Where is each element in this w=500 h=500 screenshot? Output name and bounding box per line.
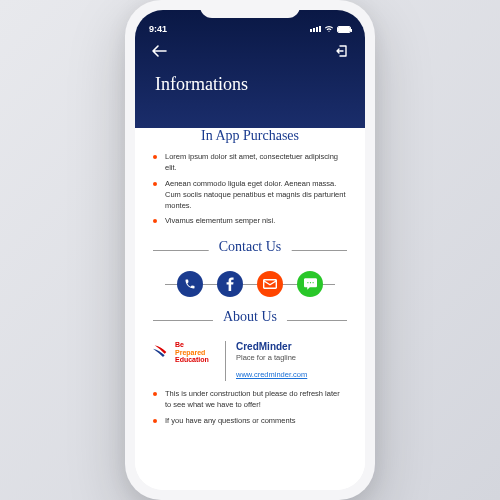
status-bar: 9:41 <box>135 18 365 38</box>
mail-icon <box>263 279 277 289</box>
content-card: In App Purchases Lorem ipsum dolor sit a… <box>135 112 365 490</box>
logo-line2: Prepared <box>175 349 209 356</box>
sms-icon <box>304 278 317 290</box>
status-time: 9:41 <box>149 24 167 34</box>
brand-block: CredMinder Place for a tagline www.credm… <box>234 341 347 381</box>
about-heading: About Us <box>213 309 287 325</box>
nav-row <box>135 38 365 58</box>
list-item: Vivamus elementum semper nisi. <box>153 216 347 227</box>
logo-line1: Be <box>175 341 209 348</box>
vertical-divider <box>225 341 226 381</box>
header: 9:41 Informations <box>135 10 365 128</box>
list-item: Aenean commodo ligula eget dolor. Aenean… <box>153 179 347 212</box>
logout-button[interactable] <box>335 44 349 58</box>
list-item: Lorem ipsum dolor sit amet, consectetuer… <box>153 152 347 174</box>
phone-button[interactable] <box>177 271 203 297</box>
about-list: This is under construction but please do… <box>153 389 347 427</box>
brand-tagline: Place for a tagline <box>236 353 347 362</box>
sms-button[interactable] <box>297 271 323 297</box>
logo-line3: Education <box>175 356 209 363</box>
brand-link[interactable]: www.credminder.com <box>236 370 307 379</box>
phone-icon <box>184 278 196 290</box>
wifi-icon <box>324 25 334 33</box>
brand-name: CredMinder <box>236 341 347 352</box>
contact-divider: Contact Us <box>153 237 347 263</box>
notch <box>200 0 300 18</box>
email-button[interactable] <box>257 271 283 297</box>
wing-icon <box>153 343 173 361</box>
contact-heading: Contact Us <box>209 239 292 255</box>
facebook-icon <box>226 277 234 291</box>
back-button[interactable] <box>151 44 167 58</box>
phone-frame: 9:41 Informations In App Purchases Lorem… <box>125 0 375 500</box>
logo: Be Prepared Education <box>153 341 217 363</box>
battery-icon <box>337 26 351 33</box>
contact-buttons <box>153 271 347 297</box>
about-divider: About Us <box>153 307 347 333</box>
purchases-list: Lorem ipsum dolor sit amet, consectetuer… <box>153 152 347 227</box>
screen: 9:41 Informations In App Purchases Lorem… <box>135 10 365 490</box>
status-right <box>310 25 351 33</box>
about-row: Be Prepared Education CredMinder Place f… <box>153 341 347 381</box>
signal-icon <box>310 26 321 32</box>
page-title: Informations <box>135 58 365 95</box>
list-item: This is under construction but please do… <box>153 389 347 411</box>
purchases-heading: In App Purchases <box>153 128 347 144</box>
facebook-button[interactable] <box>217 271 243 297</box>
list-item: If you have any questions or comments <box>153 416 347 427</box>
